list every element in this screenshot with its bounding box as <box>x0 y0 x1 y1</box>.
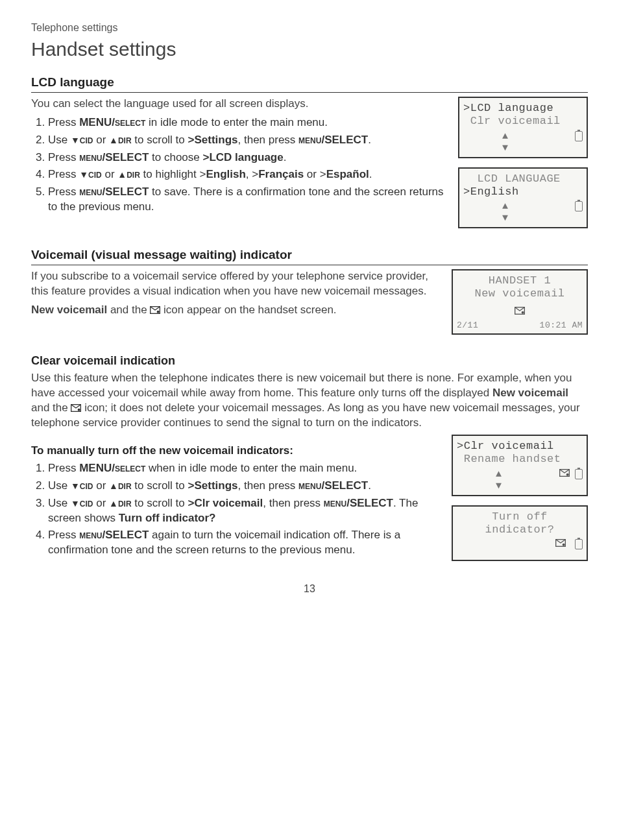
clr-step-3: Use cid or dir to scroll to >Clr voicema… <box>48 496 440 526</box>
lcd-step-2: Use cid or dir to scroll to >Settings, t… <box>48 133 446 148</box>
svg-point-9 <box>563 544 565 546</box>
heading-clear-voicemail: Clear voicemail indication <box>31 353 588 368</box>
down-arrow-icon <box>71 479 80 492</box>
lcd-screen-4: >Clr voicemail Rename handset ▲▼ <box>452 435 588 496</box>
vm-screen-col: HANDSET 1 New voicemail 2/1110:21 AM <box>452 269 588 344</box>
battery-icon <box>575 201 583 211</box>
updown-icon: ▲▼ <box>502 131 509 154</box>
section-kicker: Telephone settings <box>31 21 588 35</box>
battery-icon <box>575 131 583 141</box>
page-number: 13 <box>31 582 588 596</box>
lcd-step-5: Press menu/SELECT to save. There is a co… <box>48 185 446 215</box>
clr-screens-col: >Clr voicemail Rename handset ▲▼ Turn of… <box>452 435 588 570</box>
up-arrow-icon <box>109 134 118 146</box>
up-arrow-icon <box>109 479 118 492</box>
clr-step-2: Use cid or dir to scroll to >Settings, t… <box>48 479 440 494</box>
lcd-steps: Press MENU/select in idle mode to enter … <box>31 115 446 215</box>
lcd-screen-2: LCD LANGUAGE >English ▲▼ <box>458 167 588 229</box>
lcd-screen-3: HANDSET 1 New voicemail 2/1110:21 AM <box>452 269 588 335</box>
voicemail-icon <box>150 306 160 314</box>
lcd-intro: You can select the language used for all… <box>31 97 446 112</box>
up-arrow-icon <box>117 168 127 180</box>
battery-icon <box>575 539 583 549</box>
battery-icon <box>575 469 583 479</box>
lcd-screen-1: >LCD language Clr voicemail ▲▼ <box>458 97 588 158</box>
svg-point-1 <box>157 311 160 313</box>
svg-point-3 <box>522 311 524 314</box>
voicemail-icon <box>515 307 525 315</box>
vm-line2: New voicemail and the icon appear on the… <box>31 303 440 318</box>
clear-vm-p1: Use this feature when the telephone indi… <box>31 371 588 431</box>
heading-voicemail-indicator: Voicemail (visual message waiting) indic… <box>31 246 588 265</box>
updown-icon: ▲▼ <box>496 469 502 492</box>
clr-step-1: Press MENU/select when in idle mode to e… <box>48 461 440 476</box>
down-arrow-icon <box>79 168 88 180</box>
page-title: Handset settings <box>31 36 588 63</box>
svg-point-7 <box>566 473 569 475</box>
updown-icon: ▲▼ <box>502 201 509 224</box>
up-arrow-icon <box>109 497 118 509</box>
vm-intro: If you subscribe to a voicemail service … <box>31 269 440 299</box>
subheading-manual-turn-off: To manually turn off the new voicemail i… <box>31 444 440 459</box>
down-arrow-icon <box>71 134 80 146</box>
lcd-screens-col: >LCD language Clr voicemail ▲▼ LCD LANGU… <box>458 97 588 238</box>
heading-lcd-language: LCD language <box>31 74 588 93</box>
voicemail-icon <box>71 404 81 412</box>
lcd-step-4: Press cid or dir to highlight >English, … <box>48 167 446 182</box>
clr-step-4: Press menu/SELECT again to turn the voic… <box>48 528 440 558</box>
down-arrow-icon <box>71 497 80 509</box>
svg-point-5 <box>78 409 80 411</box>
voicemail-icon <box>559 469 570 477</box>
lcd-step-3: Press menu/SELECT to choose >LCD languag… <box>48 150 446 165</box>
voicemail-icon <box>555 539 566 547</box>
lcd-step-1: Press MENU/select in idle mode to enter … <box>48 115 446 130</box>
clear-vm-steps: Press MENU/select when in idle mode to e… <box>31 461 440 558</box>
lcd-screen-5: Turn off indicator? <box>452 505 588 561</box>
